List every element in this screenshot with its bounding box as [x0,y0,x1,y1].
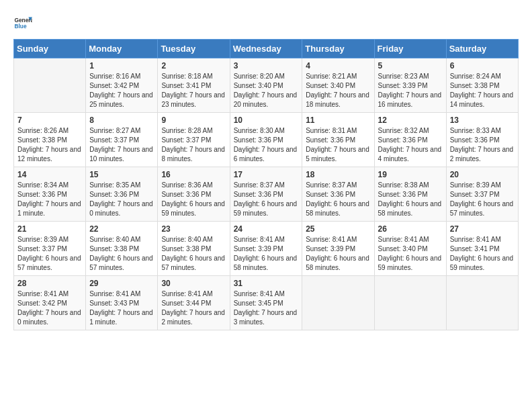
calendar-cell: 14 Sunrise: 8:34 AMSunset: 3:36 PMDaylig… [14,167,86,222]
cell-content: Sunrise: 8:34 AMSunset: 3:36 PMDaylight:… [17,181,82,218]
calendar-week-0: 1 Sunrise: 8:16 AMSunset: 3:42 PMDayligh… [14,58,519,113]
cell-content: Sunrise: 8:33 AMSunset: 3:36 PMDaylight:… [450,126,515,164]
cell-content: Sunrise: 8:40 AMSunset: 3:38 PMDaylight:… [161,235,226,273]
header-thursday: Thursday [302,40,374,58]
header-monday: Monday [86,40,158,58]
cell-content: Sunrise: 8:26 AMSunset: 3:38 PMDaylight:… [17,126,82,164]
day-number: 11 [306,116,370,125]
day-number: 9 [161,116,226,125]
day-number: 26 [378,224,443,234]
cell-content: Sunrise: 8:30 AMSunset: 3:36 PMDaylight:… [234,126,299,164]
cell-content: Sunrise: 8:20 AMSunset: 3:40 PMDaylight:… [234,72,299,109]
calendar-week-2: 14 Sunrise: 8:34 AMSunset: 3:36 PMDaylig… [14,167,519,222]
cell-content: Sunrise: 8:37 AMSunset: 3:36 PMDaylight:… [306,181,370,218]
calendar-cell [446,276,518,330]
day-number: 18 [306,170,370,179]
calendar-cell: 24 Sunrise: 8:41 AMSunset: 3:39 PMDaylig… [230,222,302,276]
cell-content: Sunrise: 8:41 AMSunset: 3:43 PMDaylight:… [89,289,154,327]
calendar-cell: 20 Sunrise: 8:39 AMSunset: 3:37 PMDaylig… [446,167,518,222]
day-number: 28 [17,279,82,288]
calendar-cell: 31 Sunrise: 8:41 AMSunset: 3:45 PMDaylig… [230,276,302,330]
cell-content: Sunrise: 8:41 AMSunset: 3:45 PMDaylight:… [234,289,299,327]
day-number: 15 [89,170,154,179]
calendar-cell: 30 Sunrise: 8:41 AMSunset: 3:44 PMDaylig… [158,276,230,330]
calendar-cell [14,58,86,113]
calendar-cell: 27 Sunrise: 8:41 AMSunset: 3:41 PMDaylig… [446,222,518,276]
calendar-cell: 21 Sunrise: 8:39 AMSunset: 3:37 PMDaylig… [14,222,86,276]
day-number: 4 [306,61,370,71]
calendar-cell: 10 Sunrise: 8:30 AMSunset: 3:36 PMDaylig… [230,113,302,167]
calendar-cell: 13 Sunrise: 8:33 AMSunset: 3:36 PMDaylig… [446,113,518,167]
day-number: 22 [89,224,154,234]
day-number: 1 [89,61,154,71]
calendar-cell: 28 Sunrise: 8:41 AMSunset: 3:42 PMDaylig… [14,276,86,330]
logo: General Blue [13,13,32,32]
cell-content: Sunrise: 8:27 AMSunset: 3:37 PMDaylight:… [89,126,154,164]
day-number: 24 [234,224,299,234]
calendar-cell: 26 Sunrise: 8:41 AMSunset: 3:40 PMDaylig… [374,222,446,276]
day-number: 2 [161,61,226,71]
cell-content: Sunrise: 8:41 AMSunset: 3:40 PMDaylight:… [378,235,443,273]
calendar-week-3: 21 Sunrise: 8:39 AMSunset: 3:37 PMDaylig… [14,222,519,276]
calendar-cell: 29 Sunrise: 8:41 AMSunset: 3:43 PMDaylig… [86,276,158,330]
day-number: 6 [450,61,515,71]
calendar-cell: 23 Sunrise: 8:40 AMSunset: 3:38 PMDaylig… [158,222,230,276]
calendar-cell: 18 Sunrise: 8:37 AMSunset: 3:36 PMDaylig… [302,167,374,222]
cell-content: Sunrise: 8:24 AMSunset: 3:38 PMDaylight:… [450,72,515,109]
cell-content: Sunrise: 8:37 AMSunset: 3:36 PMDaylight:… [234,181,299,218]
day-number: 21 [17,224,82,234]
header-saturday: Saturday [446,40,518,58]
day-number: 30 [161,279,226,288]
cell-content: Sunrise: 8:41 AMSunset: 3:42 PMDaylight:… [17,289,82,327]
day-number: 31 [234,279,299,288]
calendar-cell: 19 Sunrise: 8:38 AMSunset: 3:36 PMDaylig… [374,167,446,222]
cell-content: Sunrise: 8:31 AMSunset: 3:36 PMDaylight:… [306,126,370,164]
day-number: 5 [378,61,443,71]
calendar-cell: 9 Sunrise: 8:28 AMSunset: 3:37 PMDayligh… [158,113,230,167]
calendar-cell: 3 Sunrise: 8:20 AMSunset: 3:40 PMDayligh… [230,58,302,113]
calendar-week-1: 7 Sunrise: 8:26 AMSunset: 3:38 PMDayligh… [14,113,519,167]
cell-content: Sunrise: 8:41 AMSunset: 3:44 PMDaylight:… [161,289,226,327]
day-number: 20 [450,170,515,179]
calendar-cell: 6 Sunrise: 8:24 AMSunset: 3:38 PMDayligh… [446,58,518,113]
cell-content: Sunrise: 8:18 AMSunset: 3:41 PMDaylight:… [161,72,226,109]
calendar-cell: 22 Sunrise: 8:40 AMSunset: 3:38 PMDaylig… [86,222,158,276]
svg-text:Blue: Blue [14,23,26,30]
day-number: 27 [450,224,515,234]
calendar-cell: 11 Sunrise: 8:31 AMSunset: 3:36 PMDaylig… [302,113,374,167]
day-number: 23 [161,224,226,234]
cell-content: Sunrise: 8:21 AMSunset: 3:40 PMDaylight:… [306,72,370,109]
header-wednesday: Wednesday [230,40,302,58]
cell-content: Sunrise: 8:41 AMSunset: 3:39 PMDaylight:… [306,235,370,273]
day-number: 14 [17,170,82,179]
calendar-cell: 12 Sunrise: 8:32 AMSunset: 3:36 PMDaylig… [374,113,446,167]
cell-content: Sunrise: 8:23 AMSunset: 3:39 PMDaylight:… [378,72,443,109]
cell-content: Sunrise: 8:35 AMSunset: 3:36 PMDaylight:… [89,181,154,218]
calendar-cell: 25 Sunrise: 8:41 AMSunset: 3:39 PMDaylig… [302,222,374,276]
cell-content: Sunrise: 8:36 AMSunset: 3:36 PMDaylight:… [161,181,226,218]
header-sunday: Sunday [14,40,86,58]
day-number: 8 [89,116,154,125]
calendar-cell: 16 Sunrise: 8:36 AMSunset: 3:36 PMDaylig… [158,167,230,222]
calendar-cell: 2 Sunrise: 8:18 AMSunset: 3:41 PMDayligh… [158,58,230,113]
calendar-cell: 7 Sunrise: 8:26 AMSunset: 3:38 PMDayligh… [14,113,86,167]
cell-content: Sunrise: 8:16 AMSunset: 3:42 PMDaylight:… [89,72,154,109]
cell-content: Sunrise: 8:39 AMSunset: 3:37 PMDaylight:… [17,235,82,273]
cell-content: Sunrise: 8:28 AMSunset: 3:37 PMDaylight:… [161,126,226,164]
cell-content: Sunrise: 8:39 AMSunset: 3:37 PMDaylight:… [450,181,515,218]
day-number: 12 [378,116,443,125]
cell-content: Sunrise: 8:41 AMSunset: 3:41 PMDaylight:… [450,235,515,273]
calendar-cell: 15 Sunrise: 8:35 AMSunset: 3:36 PMDaylig… [86,167,158,222]
cell-content: Sunrise: 8:38 AMSunset: 3:36 PMDaylight:… [378,181,443,218]
cell-content: Sunrise: 8:32 AMSunset: 3:36 PMDaylight:… [378,126,443,164]
day-number: 16 [161,170,226,179]
calendar-cell: 1 Sunrise: 8:16 AMSunset: 3:42 PMDayligh… [86,58,158,113]
day-number: 17 [234,170,299,179]
header: General Blue [13,13,519,32]
day-number: 3 [234,61,299,71]
calendar-table: SundayMondayTuesdayWednesdayThursdayFrid… [13,39,519,330]
day-number: 19 [378,170,443,179]
calendar-cell [374,276,446,330]
calendar-cell: 5 Sunrise: 8:23 AMSunset: 3:39 PMDayligh… [374,58,446,113]
day-number: 10 [234,116,299,125]
